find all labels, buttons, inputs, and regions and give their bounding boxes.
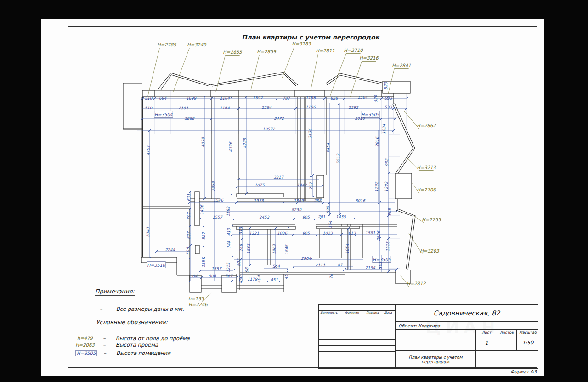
dim-label: 1215 <box>226 263 231 273</box>
sheet-value: 1 <box>476 336 497 350</box>
dim-label: 899 <box>326 206 330 213</box>
sheet-scale-band: Лист Листов Масштаб 1 1:50 <box>396 330 538 351</box>
dim-label: 3888 <box>184 116 195 121</box>
legend-symbol: H=2063 <box>74 343 96 348</box>
height-label: H=2811 <box>316 48 334 53</box>
legend-symbol: h=479 <box>74 336 96 341</box>
dim-label: 404 <box>257 275 261 283</box>
dim-label: 792 <box>309 182 313 190</box>
drawing-sheet: ЦИАН План квартиры с учетом перегородок <box>41 19 544 376</box>
height-label: H=2246 <box>188 302 208 307</box>
dim-label: 7898 <box>211 181 215 191</box>
dim-label: 906 <box>209 274 216 278</box>
dim-label: 1436 <box>199 205 204 215</box>
dim-label: 510 <box>145 96 153 101</box>
dim-label: 1054 <box>345 244 350 254</box>
dim-label: 520 <box>384 81 388 90</box>
doc-title-band: План квартиры с учетом перегородок <box>396 351 538 368</box>
title-block: Должность Фамилия Подпись Дата Садовниче… <box>318 304 538 369</box>
format-label: Формат А3 <box>445 369 537 374</box>
dim-label: 1546 <box>213 198 223 202</box>
dim-label: 707 <box>187 212 191 220</box>
dim-label: 506 <box>186 247 190 255</box>
dim-label: 410 <box>226 227 231 236</box>
dim-label: 1918 <box>385 241 390 252</box>
dim-label: 45 <box>284 274 288 279</box>
dim-label: 1973 <box>254 198 264 203</box>
dim-label: 567 <box>225 274 233 278</box>
legend-dash: – <box>103 350 106 356</box>
dim-label: 564 <box>272 264 280 269</box>
dim-label: 4078 <box>201 137 205 147</box>
dim-label: 1164 <box>220 106 230 110</box>
dim-label: 2393 <box>178 106 188 110</box>
legend-heading: Условные обозначения: <box>96 319 168 326</box>
dim-label: 787 <box>283 96 291 101</box>
sheets-value <box>497 336 516 350</box>
legend-dash: – <box>103 342 106 348</box>
dim-label: 1036 <box>277 231 287 236</box>
dim-label: 98 <box>244 267 249 272</box>
dim-label: 2826 <box>376 231 381 241</box>
dim-label: 84 <box>192 274 198 278</box>
scale-value: 1:50 <box>516 336 539 350</box>
height-label: H=2785 <box>157 42 176 47</box>
dim-label: 101 <box>378 262 383 269</box>
dim-label: 1863 <box>246 244 251 254</box>
col-header: Дата <box>381 311 396 317</box>
dim-label: 828 <box>330 96 339 101</box>
dim-label: 4326 <box>228 142 233 152</box>
plan-title: План квартиры с учетом перегородок <box>242 34 380 41</box>
dim-label: 1196 <box>305 105 316 109</box>
dim-label: 1202 <box>384 182 389 192</box>
note-item: – Все размеры даны в мм. <box>100 306 184 312</box>
dim-label: 1581 <box>365 230 375 235</box>
dim-label: 1023 <box>322 231 333 236</box>
legend-item: H=3505 – Высота помещения <box>74 350 170 356</box>
height-label: H=2755 <box>422 217 441 222</box>
dim-label: 4454 <box>326 143 330 153</box>
dim-label: 5513 <box>336 154 340 164</box>
height-label: H=3183 <box>292 41 311 46</box>
notes-heading: Примечания: <box>95 288 135 296</box>
screenshot-stage: ЦИАН План квартиры с учетом перегородок <box>0 0 588 382</box>
dim-label: 827 <box>201 231 206 240</box>
dim-label: 1863 <box>272 244 277 254</box>
doc-title: План квартиры с учетом перегородок <box>396 351 476 368</box>
boxed-height-text: H=3510 <box>147 263 165 268</box>
legend-item: h=479 – Высота от пола до проёма <box>74 335 190 342</box>
dim-label: 802 <box>237 258 241 266</box>
legend-desc: Высота от пола до проёма <box>116 335 190 342</box>
dim-label: 1221 <box>249 231 259 236</box>
sheet-label: Лист <box>476 330 497 336</box>
dim-label: 10572 <box>262 127 275 131</box>
dim-label: 3472 <box>274 116 284 121</box>
dim-label: 430 <box>238 275 243 283</box>
dim-label: 748 <box>226 240 231 248</box>
height-label: H=2862 <box>417 123 436 128</box>
dim-label: 613 <box>348 231 356 236</box>
scale-label: Масштаб <box>516 330 539 336</box>
dim-label: 533 <box>384 105 392 109</box>
sheets-label: Листов <box>497 330 516 336</box>
dim-label: 3016 <box>355 116 365 121</box>
dim-label: 694 <box>159 96 167 101</box>
dim-label: 164 <box>328 220 333 228</box>
dim-label: 2194 <box>365 265 375 270</box>
col-header: Фамилия <box>339 311 365 317</box>
dim-label: 1564 <box>357 95 368 100</box>
dim-label: 2313 <box>315 263 325 267</box>
boxed-height-text: H=3504 <box>154 112 173 117</box>
height-label: H=3203 <box>420 248 439 253</box>
dim-label: 510 <box>145 106 153 110</box>
dim-label: 1557 <box>201 257 206 268</box>
dim-label: 905 <box>302 231 310 236</box>
dim-label: 1188 <box>226 206 231 217</box>
dim-label: 1202 <box>374 182 379 192</box>
height-label: H=2710 <box>344 48 363 53</box>
col-header: Подпись <box>365 311 381 317</box>
dim-label: 2816 <box>375 137 379 147</box>
dim-label: 1848 <box>284 244 289 255</box>
title-block-right: Садовническая, 82 Объект: Квартира Лист … <box>396 305 538 368</box>
dim-label: 748 <box>239 243 243 252</box>
